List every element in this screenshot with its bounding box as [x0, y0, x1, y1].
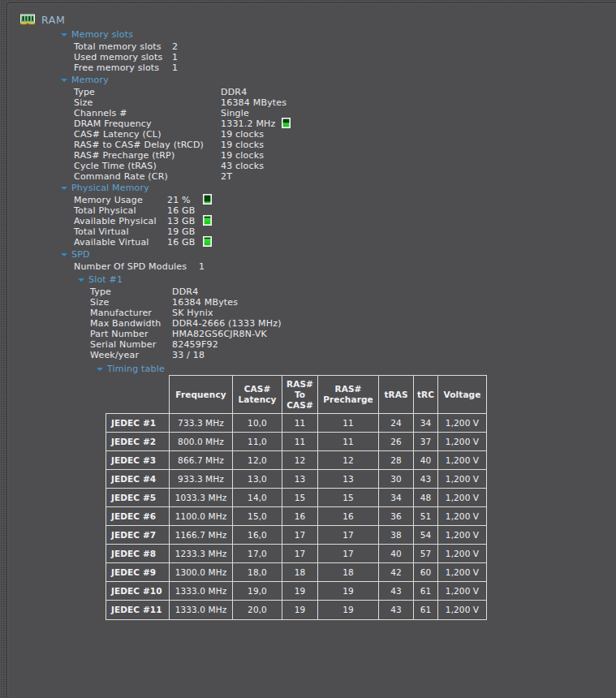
content-panel: RAM Memory slotsTotal memory slots2Used … — [6, 2, 616, 698]
timing-header-cell: tRC — [414, 376, 438, 414]
info-value: 2 — [172, 41, 178, 52]
section-title: Memory slots — [71, 29, 133, 40]
section-header-slot-1[interactable]: Slot #1 — [78, 274, 616, 285]
collapse-arrow-icon[interactable] — [61, 33, 67, 37]
info-row: Number Of SPD Modules1 — [61, 261, 616, 272]
timing-row: JEDEC #101333.0 MHz19,0191943611,200 V — [106, 582, 487, 601]
info-label: Command Rate (CR) — [74, 171, 221, 182]
info-row: Cycle Time (tRAS)43 clocks — [61, 161, 616, 171]
info-value: 19 clocks — [221, 150, 282, 161]
timing-cell: 13 — [318, 470, 379, 489]
timing-cell: 16,0 — [233, 526, 282, 545]
section-title: Memory — [71, 75, 109, 85]
timing-cell: 1,200 V — [438, 582, 487, 601]
timing-cell: 19 — [318, 582, 379, 601]
info-label: Channels # — [74, 108, 221, 118]
info-row: Available Physical13 GB — [61, 216, 616, 226]
jedec-row-label: JEDEC #4 — [106, 470, 170, 489]
section-header-memory-slots[interactable]: Memory slots — [61, 29, 616, 40]
info-row: Total memory slots2 — [61, 41, 616, 52]
info-label: Used memory slots — [74, 52, 172, 62]
timing-row: JEDEC #1733.3 MHz10,0111124341,200 V — [106, 414, 487, 433]
timing-table: FrequencyCAS# LatencyRAS# To CAS#RAS# Pr… — [106, 375, 487, 620]
timing-header-cell: Voltage — [438, 376, 487, 414]
info-row: TypeDDR4 — [61, 87, 616, 97]
section-timing-table: Timing table — [8, 364, 616, 376]
section-header-spd[interactable]: SPD — [61, 249, 616, 260]
timing-cell: 19 — [282, 582, 318, 601]
info-row: Available Virtual16 GB — [61, 237, 616, 248]
info-value: DDR4-2666 (1333 MHz) — [172, 318, 282, 329]
section-spd: SPDNumber Of SPD Modules1 — [8, 249, 616, 272]
info-label: Free memory slots — [74, 62, 172, 73]
timing-row: JEDEC #91300.0 MHz18,0181842601,200 V — [106, 563, 487, 582]
section-memory: MemoryTypeDDR4Size16384 MBytesChannels #… — [8, 75, 616, 182]
jedec-row-label: JEDEC #10 — [106, 582, 170, 601]
info-value: 19 GB — [167, 226, 203, 237]
timing-row: JEDEC #4933.3 MHz13,0131330431,200 V — [106, 470, 487, 489]
timing-cell: 1,200 V — [438, 526, 487, 545]
section-rows: TypeDDR4Size16384 MBytesChannels #Single… — [61, 87, 616, 182]
timing-cell: 1100.0 MHz — [170, 507, 233, 526]
timing-cell: 36 — [379, 507, 414, 526]
info-label: Total Virtual — [74, 226, 167, 237]
timing-cell: 43 — [379, 601, 414, 619]
timing-cell: 13,0 — [233, 470, 282, 489]
section-title: Timing table — [107, 364, 165, 374]
timing-cell: 61 — [414, 582, 438, 601]
section-rows: Total memory slots2Used memory slots1Fre… — [61, 41, 616, 73]
info-label: Manufacturer — [90, 308, 172, 318]
info-row: Serial Number82459F92 — [78, 339, 616, 350]
info-row: Total Physical16 GB — [61, 205, 616, 216]
timing-header-cell: RAS# Precharge — [318, 376, 379, 414]
info-row: ManufacturerSK Hynix — [78, 308, 616, 318]
jedec-row-label: JEDEC #1 — [106, 414, 170, 433]
info-value: 2T — [221, 171, 282, 182]
timing-cell: 1333.0 MHz — [170, 601, 233, 619]
timing-cell: 933.3 MHz — [170, 470, 233, 489]
section-rows: Memory Usage21 %Total Physical16 GBAvail… — [61, 195, 616, 248]
collapse-arrow-icon[interactable] — [61, 79, 67, 82]
timing-cell: 1,200 V — [438, 601, 487, 619]
timing-cell: 34 — [379, 489, 414, 507]
timing-cell: 1,200 V — [438, 433, 487, 451]
timing-cell: 28 — [379, 451, 414, 470]
timing-cell: 24 — [379, 414, 414, 433]
jedec-row-label: JEDEC #3 — [106, 451, 170, 470]
timing-cell: 1233.3 MHz — [170, 545, 233, 563]
info-row: Channels #Single — [61, 108, 616, 118]
timing-cell: 1,200 V — [438, 489, 487, 507]
info-value: 1 — [172, 52, 178, 62]
section-header-memory[interactable]: Memory — [61, 75, 616, 85]
timing-cell: 1,200 V — [438, 507, 487, 526]
timing-cell: 38 — [379, 526, 414, 545]
info-row: Week/year33 / 18 — [78, 350, 616, 360]
timing-cell: 12 — [282, 451, 318, 470]
timing-cell: 14,0 — [233, 489, 282, 507]
collapse-arrow-icon[interactable] — [78, 278, 84, 282]
info-row: Part NumberHMA82GS6CJR8N-VK — [78, 329, 616, 339]
timing-cell: 15 — [318, 489, 379, 507]
info-label: Number Of SPD Modules — [74, 261, 199, 272]
info-row: RAS# Precharge (tRP)19 clocks — [61, 150, 616, 161]
section-header-physical-memory[interactable]: Physical Memory — [61, 183, 616, 193]
jedec-row-label: JEDEC #8 — [106, 545, 170, 563]
collapse-arrow-icon[interactable] — [61, 253, 67, 256]
section-slot-1: Slot #1TypeDDR4Size16384 MBytesManufactu… — [8, 274, 616, 360]
info-label: Week/year — [90, 350, 172, 360]
section-rows: Number Of SPD Modules1 — [61, 261, 616, 272]
info-label: Type — [74, 87, 221, 97]
timing-row: JEDEC #111333.0 MHz20,0191943611,200 V — [106, 601, 487, 619]
timing-cell: 1,200 V — [438, 451, 487, 470]
section-header-timing-table[interactable]: Timing table — [97, 364, 616, 374]
info-value: Single — [221, 108, 282, 118]
info-value: 19 clocks — [221, 140, 282, 150]
speccy-ram-page: { "page": { "title": "RAM" }, "colors": … — [0, 0, 616, 698]
timing-row: JEDEC #61100.0 MHz15,0161636511,200 V — [106, 507, 487, 526]
collapse-arrow-icon[interactable] — [97, 368, 103, 371]
collapse-arrow-icon[interactable] — [61, 187, 67, 190]
info-label: Size — [74, 97, 221, 108]
info-value: 82459F92 — [172, 339, 218, 350]
info-value: 16 GB — [167, 205, 203, 216]
section-title: SPD — [71, 249, 90, 260]
